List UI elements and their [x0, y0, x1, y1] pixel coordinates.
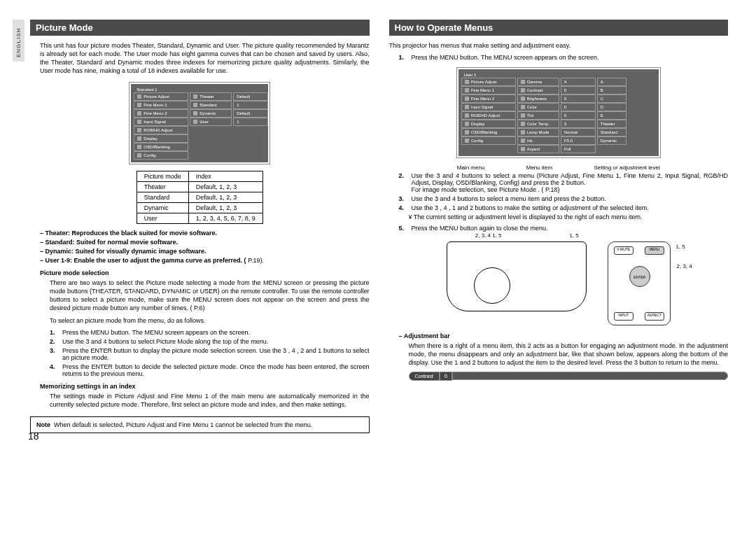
menu-main-col: Picture Adjust Fine Menu 1 Fine Menu 2 I… — [134, 92, 188, 160]
note-text: When default is selected, Picture Adjust… — [54, 421, 312, 428]
menu-item: Input Signal — [134, 118, 188, 126]
mode-desc-user: – User 1-9: Enable the user to adjust th… — [40, 257, 370, 264]
menu-value-col: Default 1 Default 1 — [233, 92, 268, 160]
remote-diagram: 1, 5 2, 3, 4 V-MUTE MENU ENTER INPUT ASP… — [608, 241, 671, 325]
menu-item: 1 — [233, 101, 268, 109]
menu-item: 1 — [233, 118, 268, 126]
step-item: 1.Press the MENU button. The MENU screen… — [50, 329, 370, 336]
how-to-operate-header: How to Operate Menus — [389, 20, 729, 36]
intro-paragraph: This unit has four picture modes Theater… — [30, 41, 370, 76]
menu-item: Input Signal — [461, 103, 516, 111]
note-label: Note — [36, 421, 50, 428]
menu-item: Fine Menu 2 — [461, 94, 516, 103]
mode-desc-standard: – Standard: Suited for normal movie soft… — [40, 239, 370, 246]
callout-label: 2, 3, 4 — [677, 263, 692, 269]
step-item: 2.Use the 3 and 4 buttons to select Pict… — [50, 338, 370, 345]
table-header: Picture mode — [136, 171, 188, 181]
menu-item: Color — [517, 103, 559, 111]
menu-item: 0 — [561, 86, 596, 94]
callout-label: 1, 5 — [676, 244, 685, 250]
menu-value-col: A 0 0 0 0 3 Normal F5.0 Full — [561, 78, 596, 153]
table-header: Index — [188, 171, 262, 181]
menu-item: OSD/Blanking — [461, 128, 516, 136]
menu-item: Fine Menu 1 — [461, 86, 516, 94]
menu-item: A — [561, 78, 596, 86]
menu-item: Full — [561, 145, 596, 153]
adjustment-bar-para: When there is a right of a menu item, th… — [389, 342, 729, 367]
right-column: How to Operate Menus This projector has … — [389, 20, 729, 433]
adjustment-bar-label: Contrast — [409, 372, 440, 381]
menu-item: 0 — [561, 103, 596, 111]
menu-item: Picture Adjust — [134, 92, 188, 101]
menu-item: Standard — [597, 128, 626, 136]
menu-item: Dynamic — [190, 109, 232, 118]
adjustment-bar: Contrast 0 — [389, 372, 729, 381]
language-tab: ENGLISH — [13, 20, 24, 62]
menu-item: Default — [233, 92, 268, 101]
menu-item: Fine Menu 1 — [134, 101, 188, 109]
menu-item: Iris — [517, 136, 559, 145]
enter-button: ENTER — [629, 266, 650, 287]
menu-item: 3 — [561, 120, 596, 128]
left-column: Picture Mode This unit has four picture … — [30, 20, 370, 433]
label-setting-level: Setting or adjustment level — [594, 164, 659, 171]
input-button: INPUT — [614, 312, 634, 321]
note-box: Note When default is selected, Picture A… — [30, 416, 370, 433]
menu-item: B — [597, 86, 626, 94]
picture-mode-selection-head: Picture mode selection — [30, 269, 370, 276]
menu-item: A — [597, 78, 626, 86]
step-item: 5.Press the MENU button again to close t… — [399, 225, 729, 232]
right-intro: This projector has menus that make setti… — [389, 41, 729, 50]
label-main-menu: Main menu — [457, 164, 485, 171]
picture-mode-table: Picture modeIndex TheaterDefault, 1, 2, … — [136, 171, 263, 224]
menu-item: E — [597, 111, 626, 120]
menu-item: Standard — [190, 101, 232, 109]
label-menu-item: Menu item — [526, 164, 552, 171]
menu-item: 0 — [561, 94, 596, 103]
menu-main-col: Picture Adjust Fine Menu 1 Fine Menu 2 I… — [461, 78, 516, 153]
memorizing-head: Memorizing settings in an index — [30, 383, 370, 390]
menu-item: Brightness — [517, 94, 559, 103]
menu-item: User — [190, 118, 232, 126]
menu-item: Normal — [561, 128, 596, 136]
menu-button: MENU — [645, 246, 664, 255]
page-number: 18 — [28, 430, 39, 442]
menu-item: Config. — [461, 136, 516, 145]
menu-item: Tint — [517, 111, 559, 120]
step-item: 4.Use the 3 , 4 , 1 and 2 buttons to mak… — [399, 204, 729, 211]
projector-diagram: 2, 3, 4 1, 5 1, 5 — [447, 241, 587, 311]
menu-item: Aspect — [517, 145, 559, 153]
adjustment-bar-head: – Adjustment bar — [389, 332, 729, 339]
menu-item: OSD/Blanking — [134, 143, 188, 151]
menu-item: Color Temp. — [517, 120, 559, 128]
menu-item: Dynamic — [597, 136, 626, 145]
menu-item: Theater — [597, 120, 626, 128]
menu-item: Picture Adjust — [461, 78, 516, 86]
info-note: The current setting or adjustment level … — [389, 213, 729, 220]
table-row: DynamicDefault, 1, 2, 3 — [136, 202, 262, 213]
menu-item: Theater — [190, 92, 232, 101]
table-row: TheaterDefault, 1, 2, 3 — [136, 181, 262, 192]
step-item: 4.Press the ENTER button to decide the s… — [50, 363, 370, 377]
menu-titlebar: User 1 — [461, 72, 656, 78]
adjustment-bar-value: 0 — [440, 372, 452, 381]
table-row: StandardDefault, 1, 2, 3 — [136, 192, 262, 202]
menu-mode-col: Theater Standard Dynamic User — [190, 92, 232, 160]
aspect-button: ASPECT — [645, 312, 664, 321]
menu-item: 0 — [561, 111, 596, 120]
step-item: 3.Press the ENTER button to display the … — [50, 347, 370, 361]
menu-item: Gamma — [517, 78, 559, 86]
menu-titlebar: Standard 1 — [134, 87, 265, 92]
menu-item: Contrast — [517, 86, 559, 94]
menu-item-col: Gamma Contrast Brightness Color Tint Col… — [517, 78, 559, 153]
menu-item: Display — [461, 120, 516, 128]
mode-desc-theater: – Theater: Reproduces the black suited f… — [40, 230, 370, 237]
menu-level-col: A B C D E Theater Standard Dynamic — [597, 78, 626, 153]
menu-item: Config. — [134, 151, 188, 160]
adjustment-bar-track — [452, 372, 728, 380]
menu-item: Lamp Mode — [517, 128, 559, 136]
menu-screenshot-right: User 1 Picture Adjust Fine Menu 1 Fine M… — [457, 68, 660, 157]
picture-mode-header: Picture Mode — [30, 20, 370, 36]
menu-item: RGB/HD Adjust — [134, 126, 188, 134]
menu-screenshot-left: Standard 1 Picture Adjust Fine Menu 1 Fi… — [130, 83, 270, 164]
